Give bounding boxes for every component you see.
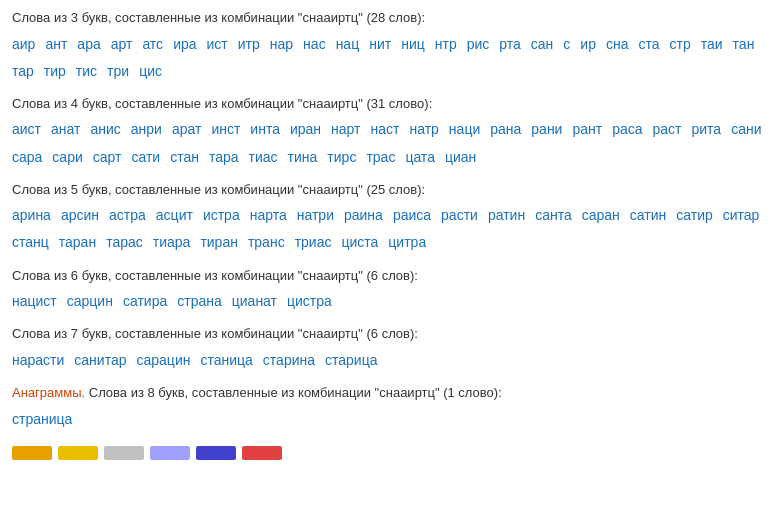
word-link[interactable]: сарацин bbox=[137, 348, 191, 373]
word-link[interactable]: страница bbox=[12, 407, 72, 432]
word-link[interactable]: нац bbox=[336, 32, 360, 57]
word-link[interactable]: транс bbox=[248, 230, 285, 255]
word-link[interactable]: циста bbox=[341, 230, 378, 255]
word-link[interactable]: нар bbox=[270, 32, 293, 57]
word-link[interactable]: атс bbox=[142, 32, 163, 57]
word-link[interactable]: старица bbox=[325, 348, 377, 373]
word-link[interactable]: тина bbox=[288, 145, 318, 170]
word-link[interactable]: нарта bbox=[250, 203, 287, 228]
word-link[interactable]: аист bbox=[12, 117, 41, 142]
word-link[interactable]: станц bbox=[12, 230, 49, 255]
word-link[interactable]: нтр bbox=[435, 32, 457, 57]
word-link[interactable]: раса bbox=[612, 117, 642, 142]
word-link[interactable]: стан bbox=[170, 145, 199, 170]
word-link[interactable]: сати bbox=[131, 145, 160, 170]
word-link[interactable]: санта bbox=[535, 203, 572, 228]
word-link[interactable]: цистра bbox=[287, 289, 332, 314]
word-link[interactable]: тирс bbox=[327, 145, 356, 170]
word-link[interactable]: тара bbox=[209, 145, 239, 170]
word-link[interactable]: сарцин bbox=[67, 289, 113, 314]
word-link[interactable]: анри bbox=[131, 117, 162, 142]
word-link[interactable]: станица bbox=[200, 348, 252, 373]
word-link[interactable]: старина bbox=[263, 348, 315, 373]
word-link[interactable]: ратин bbox=[488, 203, 525, 228]
word-link[interactable]: расти bbox=[441, 203, 478, 228]
word-link[interactable]: аир bbox=[12, 32, 35, 57]
word-link[interactable]: цис bbox=[139, 59, 162, 84]
word-link[interactable]: ист bbox=[207, 32, 228, 57]
word-link[interactable]: сари bbox=[52, 145, 82, 170]
word-link[interactable]: иран bbox=[290, 117, 321, 142]
word-link[interactable]: ира bbox=[173, 32, 196, 57]
word-link[interactable]: рани bbox=[531, 117, 562, 142]
word-link[interactable]: анис bbox=[90, 117, 120, 142]
word-link[interactable]: тис bbox=[76, 59, 97, 84]
word-link[interactable]: нарт bbox=[331, 117, 360, 142]
word-link[interactable]: тиас bbox=[249, 145, 278, 170]
word-link[interactable]: цата bbox=[405, 145, 435, 170]
word-link[interactable]: саран bbox=[582, 203, 620, 228]
word-link[interactable]: итр bbox=[238, 32, 260, 57]
word-link[interactable]: рита bbox=[692, 117, 722, 142]
word-link[interactable]: арт bbox=[111, 32, 133, 57]
word-link[interactable]: триас bbox=[295, 230, 332, 255]
word-link[interactable]: арина bbox=[12, 203, 51, 228]
word-link[interactable]: таи bbox=[701, 32, 723, 57]
word-link[interactable]: с bbox=[563, 32, 570, 57]
word-link[interactable]: сатир bbox=[676, 203, 713, 228]
word-link[interactable]: стр bbox=[670, 32, 691, 57]
word-link[interactable]: сна bbox=[606, 32, 629, 57]
word-link[interactable]: рант bbox=[572, 117, 602, 142]
word-link[interactable]: сара bbox=[12, 145, 42, 170]
word-link[interactable]: рана bbox=[490, 117, 521, 142]
word-link[interactable]: три bbox=[107, 59, 129, 84]
word-link[interactable]: нацист bbox=[12, 289, 57, 314]
word-link[interactable]: арсин bbox=[61, 203, 99, 228]
word-link[interactable]: рис bbox=[467, 32, 490, 57]
word-link[interactable]: тар bbox=[12, 59, 34, 84]
word-link[interactable]: тир bbox=[44, 59, 66, 84]
word-link[interactable]: цианат bbox=[232, 289, 277, 314]
word-link[interactable]: сатин bbox=[630, 203, 666, 228]
word-link[interactable]: сани bbox=[731, 117, 761, 142]
word-link[interactable]: сан bbox=[531, 32, 554, 57]
word-link[interactable]: санитар bbox=[74, 348, 126, 373]
word-link[interactable]: тиран bbox=[200, 230, 238, 255]
word-link[interactable]: анат bbox=[51, 117, 80, 142]
word-link[interactable]: таран bbox=[59, 230, 96, 255]
word-link[interactable]: инст bbox=[211, 117, 240, 142]
word-link[interactable]: ир bbox=[580, 32, 596, 57]
word-link[interactable]: асцит bbox=[156, 203, 193, 228]
word-link[interactable]: нарасти bbox=[12, 348, 64, 373]
word-link[interactable]: раст bbox=[653, 117, 682, 142]
word-link[interactable]: нит bbox=[369, 32, 391, 57]
word-link[interactable]: тиара bbox=[153, 230, 191, 255]
word-link[interactable]: рта bbox=[499, 32, 521, 57]
word-link[interactable]: раиса bbox=[393, 203, 431, 228]
word-link[interactable]: наст bbox=[371, 117, 400, 142]
word-link[interactable]: раина bbox=[344, 203, 383, 228]
word-link[interactable]: ара bbox=[77, 32, 100, 57]
word-link[interactable]: тан bbox=[733, 32, 755, 57]
word-link[interactable]: натри bbox=[297, 203, 334, 228]
word-link[interactable]: истра bbox=[203, 203, 240, 228]
word-link[interactable]: цитра bbox=[388, 230, 426, 255]
word-link[interactable]: трас bbox=[366, 145, 395, 170]
word-link[interactable]: ниц bbox=[401, 32, 425, 57]
word-link[interactable]: ситар bbox=[723, 203, 760, 228]
color-badge bbox=[12, 446, 52, 460]
word-link[interactable]: циан bbox=[445, 145, 476, 170]
word-link[interactable]: наци bbox=[449, 117, 480, 142]
word-link[interactable]: арат bbox=[172, 117, 201, 142]
word-link[interactable]: натр bbox=[409, 117, 438, 142]
word-link[interactable]: нас bbox=[303, 32, 326, 57]
word-link[interactable]: страна bbox=[177, 289, 222, 314]
word-link[interactable]: ста bbox=[638, 32, 659, 57]
word-link[interactable]: тарас bbox=[106, 230, 143, 255]
main-container: Слова из 3 букв, составленные из комбина… bbox=[0, 0, 784, 468]
word-link[interactable]: ант bbox=[45, 32, 67, 57]
word-link[interactable]: астра bbox=[109, 203, 146, 228]
word-link[interactable]: инта bbox=[250, 117, 280, 142]
word-link[interactable]: сарт bbox=[93, 145, 122, 170]
word-link[interactable]: сатира bbox=[123, 289, 167, 314]
